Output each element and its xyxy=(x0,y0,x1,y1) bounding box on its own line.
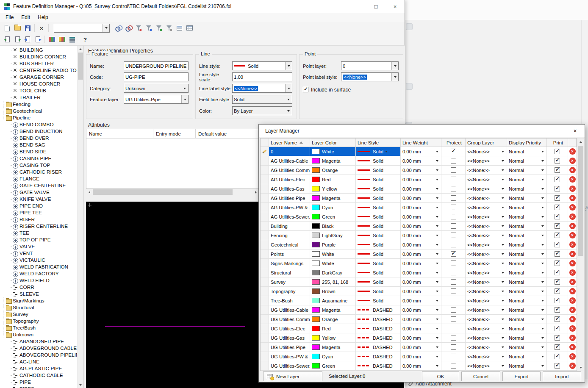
group-layer-cell[interactable]: <<None>> xyxy=(466,287,507,296)
tree-item[interactable]: BUILDING xyxy=(0,47,77,53)
tree-item[interactable]: GARAGE CORNER xyxy=(0,74,77,80)
tree-item[interactable]: RISER CENTERLINE xyxy=(0,223,77,230)
chevron-down-icon[interactable] xyxy=(540,263,546,264)
protect-cell[interactable] xyxy=(441,194,466,202)
print-cell[interactable] xyxy=(547,156,568,165)
delete-layer-button[interactable]: × xyxy=(568,352,577,361)
chevron-down-icon[interactable] xyxy=(540,337,546,339)
layer-row[interactable]: AG Utilities-Pipe Magenta Solid 0.00 mm xyxy=(261,194,577,203)
layer-name-cell[interactable]: UG Utilities-Pipe xyxy=(269,343,310,352)
delete-layer-button[interactable]: × xyxy=(568,240,577,249)
tree-item[interactable]: SLEEVE xyxy=(0,291,77,297)
ok-button[interactable]: OK xyxy=(422,371,459,381)
tree-item[interactable]: CATHODIC RISER xyxy=(0,169,77,175)
tree-item[interactable]: FLANGE xyxy=(0,175,77,182)
line-weight-cell[interactable]: 0.00 mm xyxy=(401,268,441,277)
layer-row[interactable]: AG Utilities-Cable ... Magenta Solid 0.0… xyxy=(261,156,577,166)
line-weight-cell[interactable]: 0.00 mm xyxy=(401,231,441,240)
group-layer-cell[interactable]: <<None>> xyxy=(466,277,507,286)
display-priority-cell[interactable]: Normal xyxy=(507,333,547,342)
tree-item[interactable]: BEND SIDE xyxy=(0,148,77,155)
print-cell[interactable] xyxy=(547,287,568,296)
chevron-down-icon[interactable] xyxy=(434,216,440,218)
chevron-down-icon[interactable] xyxy=(434,281,440,283)
layer-name-cell[interactable]: AG Utilities-Cable ... xyxy=(269,156,310,165)
color-select[interactable]: By Layer xyxy=(232,106,292,115)
attributes-hscrollbar[interactable] xyxy=(86,189,259,195)
protect-checkbox[interactable] xyxy=(451,158,456,164)
chevron-down-icon[interactable] xyxy=(500,207,506,208)
layer-row[interactable]: Geotechnical Purple Solid 0.00 mm xyxy=(261,240,577,249)
group-layer-cell[interactable]: <<None>> xyxy=(466,240,507,249)
tree-item[interactable]: Unknown xyxy=(0,331,77,338)
delete-layer-button[interactable]: × xyxy=(568,268,577,277)
layer-name-cell[interactable]: UG Utilities-PW & ... xyxy=(269,352,310,361)
line-style-cell[interactable]: Solid xyxy=(356,212,401,221)
line-style-cell[interactable]: Solid xyxy=(356,166,401,175)
delete-layer-button[interactable]: × xyxy=(568,333,577,342)
line-weight-cell[interactable]: 0.00 mm xyxy=(401,222,441,230)
line-weight-cell[interactable]: 0.00 mm xyxy=(401,324,441,333)
print-cell[interactable] xyxy=(547,147,568,156)
layer-name-cell[interactable]: Structural xyxy=(269,268,310,277)
name-input[interactable] xyxy=(124,61,189,70)
chevron-down-icon[interactable] xyxy=(181,84,188,92)
line-style-cell[interactable]: Solid xyxy=(356,194,401,202)
import-button[interactable]: Import xyxy=(543,371,581,381)
chevron-down-icon[interactable] xyxy=(540,244,546,246)
print-cell[interactable] xyxy=(547,268,568,277)
layer-row[interactable]: AG Utilities-Gas Y ellow Solid 0.00 mm xyxy=(261,184,577,194)
layer-name-cell[interactable]: AG Utilities-Comms xyxy=(269,166,310,175)
print-checkbox[interactable] xyxy=(555,307,560,313)
protect-checkbox[interactable] xyxy=(451,279,456,285)
print-cell[interactable] xyxy=(547,315,568,324)
tree-item[interactable]: HOUSE CORNER xyxy=(0,80,77,87)
column-header-display-priority[interactable]: Display Priority xyxy=(507,139,547,147)
protect-checkbox[interactable] xyxy=(451,167,456,173)
print-checkbox[interactable] xyxy=(555,251,560,257)
line-weight-cell[interactable]: 0.00 mm xyxy=(401,333,441,342)
chevron-down-icon[interactable] xyxy=(540,356,546,358)
layer-name-cell[interactable]: Geotechnical xyxy=(269,240,310,249)
print-checkbox[interactable] xyxy=(555,326,560,331)
protect-checkbox[interactable] xyxy=(451,149,456,154)
display-priority-cell[interactable]: Normal xyxy=(507,268,547,277)
chevron-down-icon[interactable] xyxy=(500,319,506,320)
protect-cell[interactable] xyxy=(441,268,466,277)
tree-item[interactable]: BEND COMBO xyxy=(0,121,77,128)
layer-row[interactable]: UG Utilities-Gas Yellow DASHED 0.00 mm xyxy=(261,333,577,343)
print-checkbox[interactable] xyxy=(555,167,560,173)
chevron-down-icon[interactable] xyxy=(434,337,440,339)
chevron-down-icon[interactable] xyxy=(540,169,546,171)
line-label-style-select[interactable]: <<None>> xyxy=(232,84,292,93)
row-selector-cell[interactable] xyxy=(261,156,269,165)
display-priority-cell[interactable]: Normal xyxy=(507,203,547,212)
print-cell[interactable] xyxy=(547,324,568,333)
line-weight-cell[interactable]: 0.00 mm xyxy=(401,203,441,212)
line-weight-cell[interactable]: 0.00 mm xyxy=(401,240,441,249)
group-layer-cell[interactable]: <<None>> xyxy=(466,352,507,361)
chevron-down-icon[interactable] xyxy=(500,151,506,152)
chevron-down-icon[interactable] xyxy=(500,300,506,302)
row-selector-cell[interactable] xyxy=(261,240,269,249)
layer-name-cell[interactable]: AG Utilities-Gas xyxy=(269,184,310,193)
layer-color-cell[interactable]: Cyan xyxy=(310,352,356,361)
protect-checkbox[interactable] xyxy=(451,316,456,322)
tree-item[interactable]: VALVE xyxy=(0,243,77,250)
scroll-right-button[interactable] xyxy=(252,189,259,195)
point-table-button[interactable] xyxy=(47,34,57,44)
line-style-cell[interactable]: Solid xyxy=(356,156,401,165)
delete-layer-button[interactable]: × xyxy=(568,277,577,286)
line-weight-cell[interactable]: 0.00 mm xyxy=(401,166,441,175)
include-in-surface-checkbox[interactable] xyxy=(303,87,308,92)
chevron-down-icon[interactable] xyxy=(540,319,546,320)
scroll-thumb[interactable] xyxy=(93,189,233,195)
line-weight-cell[interactable]: 0.00 mm xyxy=(401,147,441,156)
category-select[interactable]: Unknown xyxy=(124,84,189,93)
delete-layer-button[interactable]: × xyxy=(568,222,577,230)
protect-cell[interactable] xyxy=(441,296,466,305)
tree-item[interactable]: RISER xyxy=(0,216,77,223)
line-style-cell[interactable]: Solid xyxy=(356,277,401,286)
new-layer-button[interactable]: New Layer xyxy=(263,371,322,381)
protect-cell[interactable] xyxy=(441,203,466,212)
